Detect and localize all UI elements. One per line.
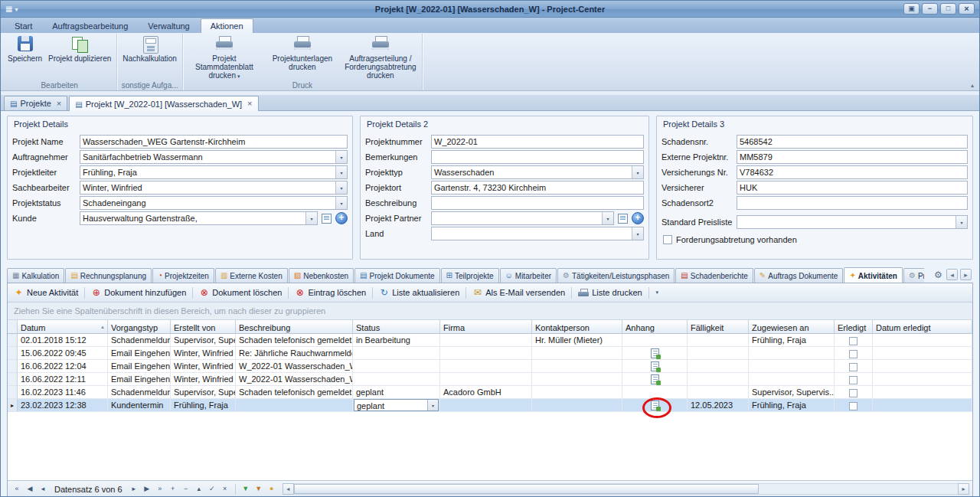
ribbon-tab-aktionen[interactable]: Aktionen (201, 18, 253, 33)
close-tab-icon[interactable]: × (54, 100, 61, 108)
previous-record-icon[interactable]: ◂ (37, 483, 49, 495)
button-projekt-duplizieren[interactable]: Projekt duplizieren (45, 34, 114, 63)
input-projekt-partner[interactable]: ▾ (431, 211, 614, 225)
tab-kalkulation[interactable]: ▦Kalkulation (7, 268, 64, 283)
maximize-button[interactable] (940, 3, 956, 15)
activity-row[interactable]: 02.01.2018 15:12SchadenmeldungSupervisor… (8, 334, 972, 347)
activity-row[interactable]: 16.06.2022 12:11Email EingehendWinter, W… (8, 373, 972, 386)
tab-aktivitäten[interactable]: ✦Aktivitäten (844, 267, 903, 283)
horizontal-scrollbar[interactable]: ◂▸ (283, 483, 969, 495)
attachment-icon[interactable] (651, 374, 659, 384)
tab-settings-icon[interactable] (933, 269, 944, 280)
checkbox[interactable] (663, 235, 672, 244)
tab-nebenkosten[interactable]: ▧Nebenkosten (289, 268, 354, 283)
ribbon-tab-start[interactable]: Start (5, 19, 41, 33)
previous-page-icon[interactable]: ◀ (24, 483, 36, 495)
dropdown-icon[interactable]: ▾ (335, 197, 347, 209)
dropdown-icon[interactable] (15, 5, 18, 13)
collapse-ribbon-icon[interactable] (971, 82, 974, 89)
toolbar-overflow-icon[interactable]: ▾ (652, 289, 663, 296)
dropdown-icon[interactable]: ▾ (305, 212, 317, 224)
toolbar-button-dokument-hinzufügen[interactable]: ⊕Dokument hinzufügen (87, 286, 190, 299)
column-header-erstellt-von[interactable]: Erstellt von (171, 320, 236, 334)
column-header-vorgangstyp[interactable]: Vorgangstyp (108, 320, 171, 334)
post-edit-icon[interactable]: ✓ (206, 483, 218, 495)
input-projektnummer[interactable]: W_2022-01 (431, 135, 644, 149)
help-icon[interactable]: ● (266, 483, 278, 495)
column-header-erledigt[interactable]: Erledigt (835, 320, 873, 334)
input-schadensnr[interactable]: 5468542 (737, 135, 968, 149)
attachment-icon[interactable] (651, 361, 659, 371)
erledigt-checkbox[interactable] (849, 389, 858, 397)
next-record-icon[interactable]: ▸ (128, 483, 140, 495)
erledigt-checkbox[interactable] (849, 363, 858, 371)
attachment-icon[interactable] (651, 401, 659, 410)
input-projekttyp[interactable]: Wasserschaden▾ (431, 165, 644, 179)
tab-teilprojekte[interactable]: ⊞Teilprojekte (441, 268, 499, 283)
input-land[interactable]: ▾ (431, 227, 644, 240)
toolbar-button-liste-drucken[interactable]: Liste drucken (574, 286, 645, 300)
minimize-button[interactable] (922, 3, 938, 15)
activity-row[interactable]: 16.06.2022 12:04Email EingehendWinter, W… (8, 360, 972, 373)
column-header-status[interactable]: Status (353, 320, 440, 334)
dropdown-icon[interactable]: ▾ (632, 227, 643, 240)
column-header-kontaktperson[interactable]: Kontaktperson (532, 320, 622, 334)
dropdown-icon[interactable]: ▾ (335, 166, 347, 178)
erledigt-checkbox[interactable] (849, 350, 858, 358)
tab-projekt-k[interactable]: ⚙Projekt K (903, 268, 924, 283)
input-kunde[interactable]: Hausverwaltung Gartenstraße,▾ (80, 211, 318, 225)
input-projektleiter[interactable]: Frühling, Fraja▾ (80, 165, 348, 179)
scroll-left-icon[interactable]: ◂ (283, 483, 294, 495)
ribbon-tab-auftragsbearbeitung[interactable]: Auftragsbearbeitung (43, 19, 137, 33)
status-editor[interactable]: geplant▾ (354, 399, 439, 411)
delete-record-icon[interactable]: − (180, 483, 192, 495)
scrollbar-thumb[interactable] (294, 484, 759, 494)
ribbon-tab-verwaltung[interactable]: Verwaltung (139, 19, 198, 33)
tab-scroll-right-icon[interactable] (960, 269, 972, 280)
appearance-button[interactable] (903, 3, 920, 15)
edit-record-icon[interactable]: ▴ (193, 483, 205, 495)
cancel-edit-icon[interactable]: × (219, 483, 231, 495)
column-header-fälligkeit[interactable]: Fälligkeit (688, 320, 749, 334)
toolbar-button-als-e-mail-versenden[interactable]: ✉Als E-Mail versenden (469, 286, 569, 299)
close-button[interactable] (959, 3, 975, 15)
first-record-icon[interactable]: « (11, 483, 23, 495)
tab-schadenberichte[interactable]: ▤Schadenberichte (675, 268, 753, 283)
add-new-icon[interactable]: + (335, 212, 348, 224)
tab-auftrags-dokumente[interactable]: ✎Auftrags Dokumente (754, 268, 844, 283)
tab-mitarbeiter[interactable]: ☺Mitarbeiter (500, 268, 557, 283)
open-editor-icon[interactable] (617, 213, 629, 224)
dropdown-icon[interactable]: ▾ (335, 181, 347, 194)
input-projektstatus[interactable]: Schadeneingang▾ (80, 196, 348, 210)
activity-row[interactable]: 15.06.2022 09:45Email EingehendWinter, W… (8, 347, 972, 360)
input-auftragnehmer[interactable]: Sanitärfachbetrieb Wassermann▾ (80, 150, 348, 164)
input-beschreibung[interactable] (431, 196, 644, 210)
toolbar-button-liste-aktualisieren[interactable]: ↻Liste aktualisieren (375, 286, 463, 299)
button-auftragserteilung-forderungsabtretung-drucken[interactable]: Auftragserteilung / Forderungsabtretung … (341, 34, 420, 80)
activity-row[interactable]: 16.02.2023 11:46SchadenmeldungSupervisor… (8, 386, 972, 399)
clear-filter-icon[interactable]: ▼ (240, 483, 252, 495)
column-header-anhang[interactable]: Anhang (622, 320, 688, 334)
button-speichern[interactable]: Speichern (5, 34, 45, 63)
last-record-icon[interactable]: » (154, 483, 166, 495)
input-versicherungs-nr[interactable]: V784632 (737, 165, 968, 179)
dropdown-icon[interactable]: ▾ (632, 166, 643, 178)
button-nachkalkulation[interactable]: Nachkalkulation (119, 34, 180, 63)
document-tab-projekt-w-2022-01-wasserschaden-w[interactable]: Projekt [W_2022-01] [Wasserschaden_W]× (69, 96, 258, 111)
activity-row[interactable]: ▸23.02.2023 12:38KundenterminFrühling, F… (8, 399, 972, 412)
next-page-icon[interactable]: ▶ (141, 483, 153, 495)
tab-projektzeiten[interactable]: ◔Projektzeiten (152, 268, 214, 283)
input-bemerkungen[interactable] (431, 150, 644, 164)
erledigt-checkbox[interactable] (849, 337, 858, 345)
close-tab-icon[interactable]: × (245, 100, 252, 108)
toolbar-button-dokument-löschen[interactable]: ⊗Dokument löschen (195, 286, 286, 299)
edit-filter-icon[interactable]: ▼ (253, 483, 265, 495)
open-editor-icon[interactable] (321, 213, 332, 224)
attachment-icon[interactable] (651, 348, 659, 358)
tab-tätigkeiten-leistungsphasen[interactable]: ⚙Tätigkeiten/Leistungsphasen (557, 268, 675, 283)
scroll-right-icon[interactable]: ▸ (958, 483, 969, 495)
add-new-icon[interactable]: + (632, 212, 644, 224)
toolbar-button-eintrag-löschen[interactable]: ⊗Eintrag löschen (291, 286, 370, 299)
column-header-datum-erledigt[interactable]: Datum erledigt (873, 320, 972, 334)
tab-rechnungsplanung[interactable]: ▤Rechnungsplanung (65, 268, 152, 283)
